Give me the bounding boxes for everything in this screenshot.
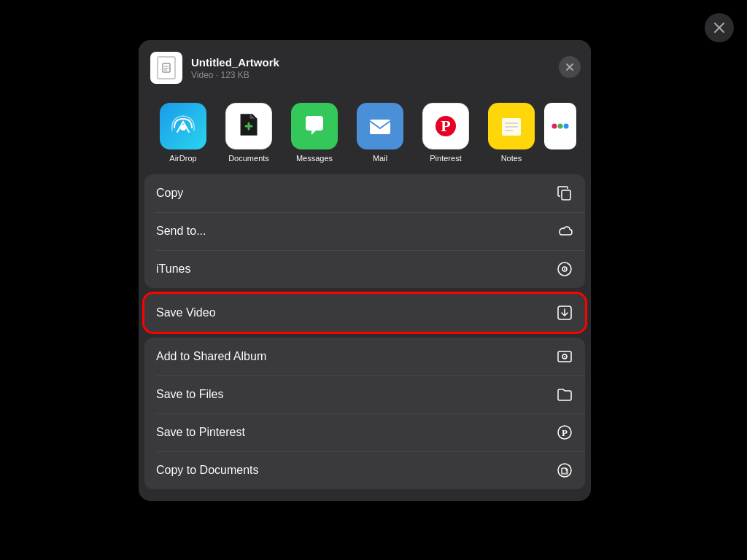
svg-rect-14	[370, 120, 390, 134]
svg-point-30	[564, 268, 565, 270]
save-to-files-row[interactable]: Save to Files	[144, 376, 585, 413]
app-label-airdrop: AirDrop	[169, 154, 196, 163]
music-icon	[556, 260, 573, 278]
save-to-pinterest-label: Save to Pinterest	[156, 426, 245, 439]
svg-point-25	[558, 124, 563, 129]
add-shared-album-row[interactable]: Add to Shared Album	[144, 338, 585, 376]
share-sheet: Untitled_Artwork Video · 123 KB AirDrop	[139, 40, 591, 501]
shared-album-icon	[556, 348, 573, 365]
app-label-pinterest: Pinterest	[430, 154, 461, 163]
sheet-header: Untitled_Artwork Video · 123 KB	[139, 40, 591, 94]
outer-close-button[interactable]	[705, 13, 734, 42]
copy-icon	[556, 184, 573, 202]
copy-to-documents-row[interactable]: Copy to Documents	[144, 451, 585, 489]
copy-row[interactable]: Copy	[144, 174, 585, 212]
action-group-1: Copy Send to... iTunes	[144, 174, 585, 288]
file-info: Untitled_Artwork Video · 123 KB	[191, 56, 279, 80]
save-video-label: Save Video	[156, 306, 216, 319]
save-to-pinterest-row[interactable]: Save to Pinterest P	[144, 413, 585, 451]
documents-circle-icon	[556, 462, 573, 479]
app-label-messages: Messages	[296, 154, 333, 163]
itunes-row[interactable]: iTunes	[144, 250, 585, 288]
svg-point-26	[564, 124, 569, 129]
app-item-airdrop[interactable]: AirDrop	[150, 103, 216, 163]
svg-point-38	[558, 464, 571, 477]
copy-to-documents-label: Copy to Documents	[156, 464, 259, 477]
svg-text:P: P	[562, 427, 568, 438]
app-label-documents: Documents	[228, 154, 269, 163]
app-label-notes: Notes	[501, 154, 522, 163]
copy-label: Copy	[156, 187, 183, 200]
save-video-row[interactable]: Save Video	[144, 294, 585, 332]
cloud-icon	[556, 222, 573, 240]
file-thumbnail	[150, 52, 182, 84]
file-subtitle: Video · 123 KB	[191, 70, 279, 80]
apps-row: AirDrop Documents	[139, 94, 591, 174]
app-item-documents[interactable]: Documents	[216, 103, 282, 163]
file-title: Untitled_Artwork	[191, 56, 279, 69]
folder-icon	[556, 386, 573, 403]
svg-text:P: P	[441, 117, 450, 135]
svg-point-24	[552, 124, 557, 129]
pinterest-circle-icon: P	[556, 424, 573, 441]
add-shared-album-label: Add to Shared Album	[156, 350, 266, 363]
svg-rect-27	[562, 190, 570, 200]
app-item-mail[interactable]: Mail	[347, 103, 413, 163]
save-video-group: Save Video	[144, 294, 585, 332]
app-item-messages[interactable]: Messages	[282, 103, 347, 163]
app-item-more[interactable]	[544, 103, 576, 163]
app-item-notes[interactable]: Notes	[479, 103, 544, 163]
svg-point-35	[564, 356, 565, 357]
actions-container: Copy Send to... iTunes	[139, 174, 591, 501]
send-to-label: Send to...	[156, 225, 206, 238]
download-icon	[556, 304, 573, 322]
sheet-close-button[interactable]	[559, 56, 581, 78]
itunes-label: iTunes	[156, 262, 190, 276]
app-label-mail: Mail	[373, 154, 387, 163]
save-to-files-label: Save to Files	[156, 388, 223, 401]
app-item-pinterest[interactable]: P Pinterest	[413, 103, 479, 163]
sub-actions-group: Add to Shared Album Save to Files	[144, 338, 585, 489]
send-to-row[interactable]: Send to...	[144, 212, 585, 250]
